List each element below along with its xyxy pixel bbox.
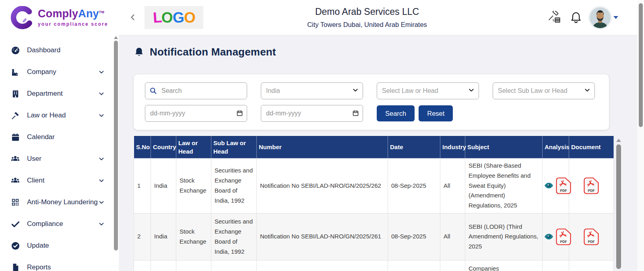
- complyany-logo-mark: [10, 6, 34, 29]
- analysis-pdf-icon[interactable]: PDF: [556, 177, 571, 194]
- sidebar-item-reports[interactable]: Reports: [0, 257, 119, 271]
- company-address: City Towers Dubai, United Arab Emirates: [203, 21, 531, 29]
- chevron-down-icon: [98, 90, 105, 97]
- sidebar-scrollbar[interactable]: [114, 36, 118, 271]
- sidebar-item-label: Company: [27, 68, 98, 76]
- sidebar-item-label: Law or Head: [27, 111, 98, 119]
- scrollbar-thumb[interactable]: [616, 144, 621, 269]
- law-or-head-select[interactable]: Select Law or Head: [377, 82, 479, 99]
- date-to-field: [261, 105, 363, 122]
- page-content: Notification Management India Select: [119, 35, 644, 271]
- col-subject: Subject: [465, 136, 543, 158]
- date-to-input[interactable]: [261, 105, 363, 122]
- chevron-down-icon: [352, 87, 359, 95]
- filter-panel: India Select Law or Head Select Sub Law …: [134, 74, 609, 130]
- profile-menu[interactable]: [590, 7, 618, 28]
- chevron-down-icon: [584, 87, 590, 95]
- col-document: Document: [569, 136, 614, 158]
- sidebar-item-label: Department: [27, 90, 98, 98]
- col-number: Number: [257, 136, 388, 158]
- document-pdf-icon[interactable]: PDF: [584, 228, 599, 245]
- sidebar: ComplyAnyTM your compliance score Dashbo…: [0, 0, 119, 271]
- date-from-input[interactable]: [145, 105, 247, 122]
- sidebar-item-user[interactable]: User: [0, 148, 119, 170]
- dashboard-gauge-icon: [10, 45, 20, 55]
- col-law-or-head: Law or Head: [176, 136, 211, 158]
- sidebar-item-label: Dashboard: [27, 46, 108, 54]
- table-header-row: S.No Country Law or Head Sub Law or Head…: [134, 136, 614, 158]
- chevron-down-icon: [98, 112, 105, 119]
- chevron-down-icon: [98, 68, 105, 76]
- sub-law-or-head-select[interactable]: Select Sub Law or Head: [493, 82, 595, 99]
- header-actions: $: [547, 7, 618, 28]
- table-row: 2 India Stock Exchange Securities and Ex…: [134, 213, 614, 260]
- company-info: Demo Arab Services LLC City Towers Dubai…: [203, 6, 547, 29]
- sidebar-item-label: Client: [27, 177, 98, 185]
- page-scrollbar[interactable]: [638, 0, 644, 271]
- table-scrollbar[interactable]: [616, 139, 621, 271]
- file-icon: [10, 263, 20, 271]
- bell-icon: [134, 47, 144, 58]
- analysis-pdf-icon[interactable]: PDF: [556, 228, 571, 245]
- calendar-icon: [10, 132, 20, 142]
- date-from-field: [145, 105, 247, 122]
- sidebar-collapse-button[interactable]: [128, 12, 138, 23]
- client-logo: LOGO: [144, 6, 203, 29]
- view-analysis-eye-icon[interactable]: [545, 234, 553, 240]
- scrollbar-thumb[interactable]: [114, 41, 118, 250]
- sidebar-item-label: Update: [27, 242, 108, 250]
- sidebar-nav: Dashboard Company Department: [0, 39, 119, 271]
- sidebar-item-label: Compliance: [27, 220, 98, 228]
- sidebar-item-law-or-head[interactable]: Law or Head: [0, 105, 119, 126]
- col-sno: S.No: [134, 136, 151, 158]
- col-country: Country: [151, 136, 176, 158]
- sidebar-item-compliance[interactable]: Compliance: [0, 213, 119, 235]
- chevron-left-icon: [128, 12, 138, 22]
- scroll-up-arrow[interactable]: [616, 139, 621, 142]
- svg-text:PDF: PDF: [588, 189, 595, 193]
- sidebar-item-department[interactable]: Department: [0, 83, 119, 105]
- table-row: Companies: [134, 260, 614, 271]
- app-window: ComplyAnyTM your compliance score Dashbo…: [0, 0, 644, 271]
- notifications-bell-icon[interactable]: [570, 11, 582, 25]
- search-icon: [149, 87, 157, 96]
- document-pdf-icon[interactable]: PDF: [584, 177, 599, 194]
- scrollbar-thumb[interactable]: [639, 3, 643, 127]
- qr-grid-icon: [10, 197, 20, 207]
- trademark: TM: [99, 10, 104, 14]
- chevron-down-icon: [98, 155, 105, 162]
- col-sub-law-or-head: Sub Law or Head: [211, 136, 257, 158]
- sidebar-item-dashboard[interactable]: Dashboard: [0, 39, 119, 61]
- search-button[interactable]: Search: [377, 105, 415, 121]
- sidebar-item-label: User: [27, 155, 98, 163]
- users-icon: [10, 154, 20, 164]
- notifications-table-wrap: S.No Country Law or Head Sub Law or Head…: [134, 136, 613, 271]
- chevron-down-icon: [98, 199, 105, 206]
- check-icon: [10, 219, 20, 229]
- sidebar-item-label: Reports: [27, 263, 108, 271]
- legal-gavel-icon[interactable]: $: [547, 11, 562, 25]
- reset-button[interactable]: Reset: [419, 105, 453, 121]
- sidebar-item-client[interactable]: Client: [0, 170, 119, 191]
- chevron-down-icon: [468, 87, 475, 95]
- sidebar-item-company[interactable]: Company: [0, 61, 119, 83]
- sidebar-item-calendar[interactable]: Calendar: [0, 126, 119, 148]
- chevron-down-icon[interactable]: [613, 16, 618, 19]
- sidebar-item-anti-money-laundering[interactable]: Anti-Money Laundering: [0, 191, 119, 213]
- sidebar-item-update[interactable]: Update: [0, 235, 119, 257]
- view-analysis-eye-icon[interactable]: [545, 183, 553, 189]
- gavel-icon: [10, 111, 20, 120]
- avatar[interactable]: [590, 7, 611, 28]
- search-input[interactable]: [145, 82, 247, 99]
- table-row: 1 India Stock Exchange Securities and Ex…: [134, 158, 614, 214]
- check-circle-icon: [10, 241, 20, 250]
- svg-text:PDF: PDF: [560, 189, 567, 193]
- brand-tagline: your compliance score: [38, 21, 108, 27]
- scroll-up-arrow[interactable]: [114, 36, 118, 39]
- search-field: [145, 82, 247, 99]
- svg-text:PDF: PDF: [588, 240, 595, 244]
- brand-logo[interactable]: ComplyAnyTM your compliance score: [0, 0, 119, 35]
- brand-name: ComplyAnyTM: [38, 8, 108, 19]
- country-select[interactable]: India: [261, 82, 363, 99]
- factory-icon: [10, 67, 20, 77]
